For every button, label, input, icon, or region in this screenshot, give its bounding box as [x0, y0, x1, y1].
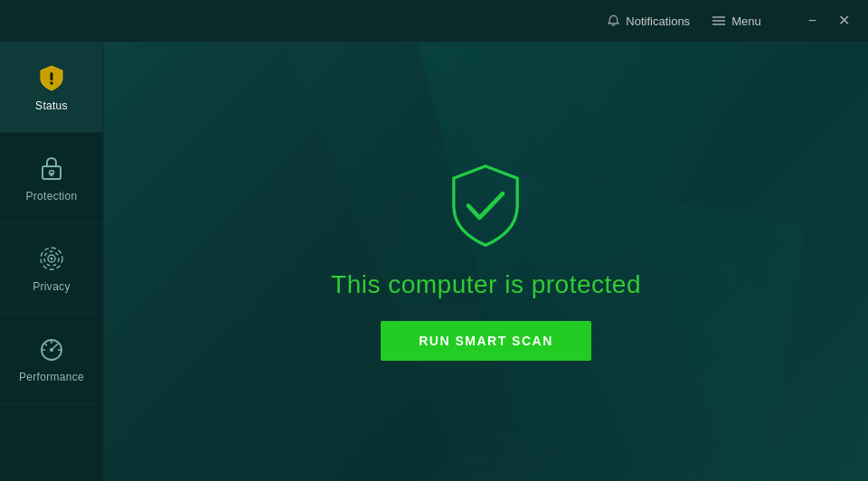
menu-button[interactable]: Menu — [712, 14, 761, 28]
protected-message: This computer is protected — [331, 270, 641, 299]
privacy-icon — [37, 244, 66, 273]
title-bar: Notifications Menu − ✕ — [0, 0, 868, 42]
menu-label: Menu — [731, 14, 761, 28]
window-controls: − ✕ — [805, 10, 854, 32]
close-button[interactable]: ✕ — [835, 10, 854, 32]
svg-rect-3 — [51, 72, 53, 80]
svg-point-11 — [51, 257, 53, 259]
sidebar-status-label: Status — [35, 99, 68, 112]
sidebar-item-protection[interactable]: Protection — [0, 133, 103, 223]
minimize-button[interactable]: − — [805, 10, 820, 32]
menu-icon — [712, 15, 726, 26]
notifications-button[interactable]: Notifications — [607, 14, 690, 28]
sidebar-protection-label: Protection — [25, 190, 77, 203]
sidebar-item-privacy[interactable]: Privacy — [0, 223, 103, 314]
svg-rect-7 — [51, 173, 52, 176]
svg-line-16 — [45, 344, 47, 345]
content-area: This computer is protected RUN SMART SCA… — [104, 42, 868, 481]
run-smart-scan-button[interactable]: RUN SMART SCAN — [381, 321, 591, 361]
center-content: This computer is protected RUN SMART SCA… — [331, 163, 641, 361]
status-icon — [37, 63, 66, 92]
sidebar-item-performance[interactable]: Performance — [0, 314, 103, 404]
main-content: Status Protection — [0, 42, 868, 481]
sidebar-performance-label: Performance — [19, 371, 84, 383]
svg-point-19 — [50, 348, 53, 352]
sidebar-privacy-label: Privacy — [33, 280, 70, 293]
notifications-label: Notifications — [626, 14, 690, 28]
app-window: Notifications Menu − ✕ — [0, 0, 868, 481]
shield-protected-icon — [445, 163, 526, 249]
sidebar-item-status[interactable]: Status — [0, 42, 103, 133]
bell-icon — [607, 14, 620, 28]
sidebar: Status Protection — [0, 42, 104, 481]
protection-icon — [37, 154, 66, 183]
title-bar-nav: Notifications Menu — [607, 14, 760, 28]
svg-point-4 — [50, 81, 53, 85]
performance-icon — [37, 335, 66, 363]
